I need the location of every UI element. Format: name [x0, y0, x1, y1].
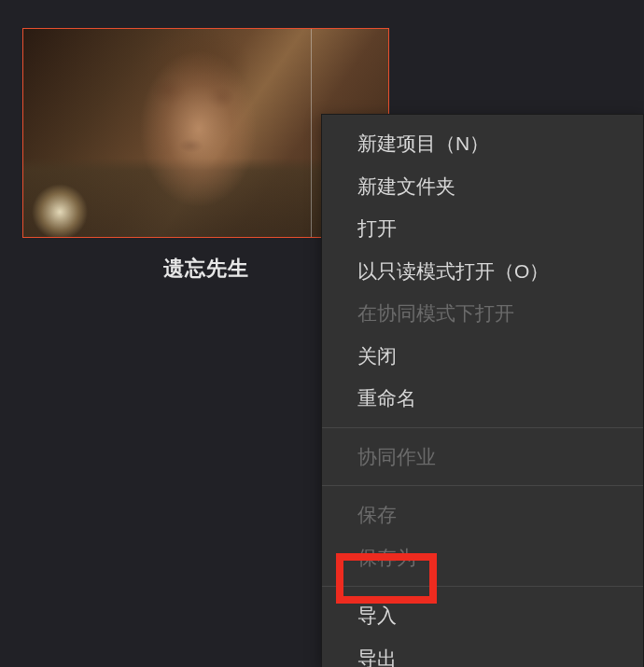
- menu-collab-work: 协同作业: [322, 436, 643, 479]
- menu-save: 保存: [322, 493, 643, 536]
- menu-close[interactable]: 关闭: [322, 335, 643, 378]
- menu-export[interactable]: 导出: [322, 637, 643, 668]
- menu-save-as: 保存为: [322, 536, 643, 579]
- menu-new-folder[interactable]: 新建文件夹: [322, 165, 643, 208]
- menu-section: 导入导出恢复存档: [322, 587, 643, 667]
- menu-open[interactable]: 打开: [322, 207, 643, 250]
- menu-open-readonly[interactable]: 以只读模式打开（O）: [322, 250, 643, 293]
- menu-import[interactable]: 导入: [322, 594, 643, 637]
- menu-section: 新建项目（N）新建文件夹打开以只读模式打开（O）在协同模式下打开关闭重命名: [322, 115, 643, 427]
- context-menu: 新建项目（N）新建文件夹打开以只读模式打开（O）在协同模式下打开关闭重命名协同作…: [321, 114, 644, 667]
- thumbnail-divider: [311, 29, 312, 237]
- menu-open-collab: 在协同模式下打开: [322, 292, 643, 335]
- menu-section: 保存保存为: [322, 486, 643, 586]
- menu-new-project[interactable]: 新建项目（N）: [322, 122, 643, 165]
- menu-rename[interactable]: 重命名: [322, 377, 643, 420]
- menu-section: 协同作业: [322, 428, 643, 486]
